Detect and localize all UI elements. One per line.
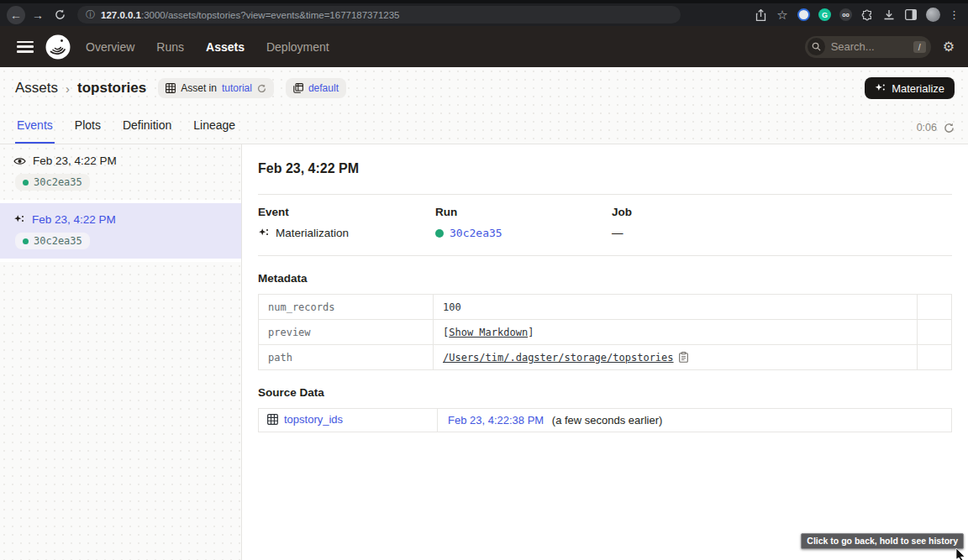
bracket: ] [528, 327, 534, 338]
event-time: Feb 23, 4:22 PM [33, 154, 117, 167]
profile-avatar[interactable] [926, 8, 940, 22]
kebab-menu-icon[interactable]: ⋮ [949, 8, 960, 21]
reload-icon[interactable] [50, 6, 69, 24]
forward-icon[interactable]: → [29, 6, 47, 24]
event-detail-title: Feb 23, 4:22 PM [258, 161, 952, 176]
event-list-item-materialization[interactable]: Feb 23, 4:22 PM 30c2ea35 [0, 203, 241, 262]
app-top-nav: Overview Runs Assets Deployment Search..… [0, 26, 968, 67]
event-column: Event Materialization [258, 206, 435, 239]
dagster-logo [45, 34, 71, 60]
copy-clipboard-icon[interactable] [679, 352, 688, 363]
mouse-cursor [955, 548, 965, 560]
run-id-tag[interactable]: 30c2ea35 [15, 233, 90, 249]
run-id-tag[interactable]: 30c2ea35 [15, 174, 90, 191]
run-id-link[interactable]: 30c2ea35 [450, 227, 502, 239]
loom-extension-icon[interactable] [797, 8, 810, 21]
share-icon[interactable] [754, 8, 767, 22]
side-panel-icon[interactable] [904, 8, 918, 22]
event-time: Feb 23, 4:22 PM [32, 213, 116, 226]
refresh-timer: 0:06 [917, 122, 937, 133]
event-list-sidebar: Feb 23, 4:22 PM 30c2ea35 Feb 23, 4:22 PM… [0, 144, 242, 560]
event-type-value: Materialization [276, 227, 349, 239]
path-link[interactable]: /Users/tim/.dagster/storage/topstories [443, 352, 674, 364]
copies-icon [293, 83, 303, 93]
bookmark-star-icon[interactable]: ☆ [776, 8, 789, 22]
address-bar[interactable]: ⓘ 127.0.0.1:3000/assets/topstories?view=… [77, 6, 681, 24]
run-status-dot [23, 238, 29, 244]
show-markdown-link[interactable]: Show Markdown [449, 327, 528, 338]
search-icon [808, 38, 825, 55]
search-shortcut-key: / [913, 41, 926, 53]
breadcrumb-separator: › [66, 81, 70, 96]
badge-prefix: Asset in [181, 82, 217, 94]
gear-icon[interactable]: ⚙ [943, 39, 955, 55]
breadcrumb-assets-link[interactable]: Assets [15, 80, 58, 97]
puzzle-extensions-icon[interactable] [860, 8, 874, 22]
browser-toolbar: ← → ⓘ 127.0.0.1:3000/assets/topstories?v… [0, 3, 968, 26]
table-grid-icon [166, 83, 176, 93]
nav-item-assets[interactable]: Assets [206, 40, 245, 54]
metadata-action-cell [918, 295, 952, 320]
source-timestamp-note: (a few seconds earlier) [552, 414, 663, 427]
run-status-dot [23, 180, 29, 186]
metadata-value: /Users/tim/.dagster/storage/topstories [434, 345, 918, 370]
sparkle-icon [258, 228, 270, 239]
badge-default-link[interactable]: default [308, 82, 339, 94]
refresh-icon[interactable] [944, 123, 955, 133]
eye-icon [13, 156, 26, 166]
event-label: Event [258, 206, 435, 218]
tab-lineage[interactable]: Lineage [192, 109, 237, 144]
table-row: topstory_ids Feb 23, 4:22:38 PM (a few s… [259, 409, 952, 432]
metadata-table: num_records 100 preview [Show Markdown] … [258, 294, 952, 370]
run-status-dot [435, 229, 444, 238]
site-info-icon[interactable]: ⓘ [86, 8, 95, 21]
materialize-button[interactable]: Materialize [865, 77, 955, 99]
asset-page-header: Assets › topstories Asset in tutorial de… [0, 67, 968, 109]
source-data-heading: Source Data [258, 386, 952, 399]
search-placeholder: Search... [831, 40, 908, 53]
reload-small-icon[interactable] [257, 84, 266, 93]
tab-definition[interactable]: Definition [121, 109, 173, 144]
metadata-action-cell [918, 345, 952, 370]
sparkle-icon [13, 214, 25, 226]
nav-item-deployment[interactable]: Deployment [266, 40, 329, 54]
metadata-heading: Metadata [258, 272, 952, 285]
goggles-extension-icon[interactable]: oo [839, 8, 852, 21]
metadata-key: path [259, 345, 434, 370]
source-asset-link[interactable]: topstory_ids [267, 413, 343, 426]
metadata-value: [Show Markdown] [434, 320, 918, 345]
download-icon[interactable] [882, 8, 896, 22]
table-row: preview [Show Markdown] [259, 320, 952, 345]
tab-events[interactable]: Events [15, 109, 55, 144]
back-icon[interactable]: ← [7, 6, 25, 24]
run-id: 30c2ea35 [34, 176, 82, 188]
metadata-value: 100 [434, 295, 918, 320]
hamburger-menu-icon[interactable] [17, 41, 34, 53]
browser-back-tooltip: Click to go back, hold to see history [801, 533, 964, 549]
grammarly-extension-icon[interactable]: G [818, 8, 831, 21]
url-path: :3000/assets/topstories?view=events&time… [141, 10, 400, 20]
metadata-action-cell [918, 320, 952, 345]
tab-plots[interactable]: Plots [73, 109, 103, 144]
table-row: path /Users/tim/.dagster/storage/topstor… [259, 345, 952, 370]
job-label: Job [612, 206, 952, 218]
sparkle-icon [875, 83, 886, 94]
code-location-badge[interactable]: default [286, 78, 346, 98]
page-title: topstories [77, 80, 146, 97]
nav-item-overview[interactable]: Overview [86, 40, 134, 54]
browser-actions: ☆ G oo ⋮ [754, 8, 961, 22]
run-label: Run [435, 206, 612, 218]
url-host: 127.0.0.1 [101, 10, 141, 20]
metadata-key: num_records [259, 295, 434, 320]
search-input[interactable]: Search... / [805, 36, 931, 58]
run-id: 30c2ea35 [34, 235, 82, 247]
badge-tutorial-link[interactable]: tutorial [222, 82, 252, 94]
asset-group-badge[interactable]: Asset in tutorial [158, 78, 274, 98]
event-list-item-observation[interactable]: Feb 23, 4:22 PM 30c2ea35 [0, 144, 241, 203]
materialize-label: Materialize [892, 82, 944, 95]
nav-item-runs[interactable]: Runs [156, 40, 184, 54]
url-text: 127.0.0.1:3000/assets/topstories?view=ev… [101, 10, 400, 20]
source-timestamp-link[interactable]: Feb 23, 4:22:38 PM [448, 414, 544, 427]
source-asset-name: topstory_ids [284, 413, 343, 426]
event-detail-panel: Feb 23, 4:22 PM Event Materialization Ru… [242, 144, 968, 560]
